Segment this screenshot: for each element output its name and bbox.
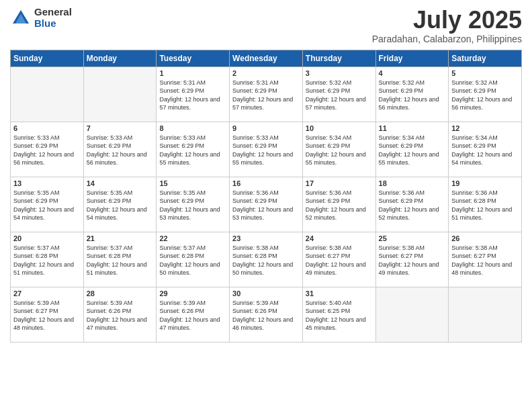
day-number: 30 (232, 289, 300, 298)
table-row: 14Sunrise: 5:35 AMSunset: 6:29 PMDayligh… (83, 177, 157, 232)
table-row: 2Sunrise: 5:31 AMSunset: 6:29 PMDaylight… (230, 66, 303, 122)
day-info: Sunrise: 5:38 AMSunset: 6:27 PMDaylight:… (306, 244, 366, 277)
day-info: Sunrise: 5:39 AMSunset: 6:26 PMDaylight:… (232, 300, 293, 332)
day-number: 20 (13, 234, 81, 242)
day-info: Sunrise: 5:36 AMSunset: 6:29 PMDaylight:… (306, 189, 366, 222)
day-info: Sunrise: 5:39 AMSunset: 6:27 PMDaylight:… (13, 300, 74, 332)
day-number: 6 (13, 124, 81, 132)
day-info: Sunrise: 5:36 AMSunset: 6:29 PMDaylight:… (232, 189, 293, 222)
table-row: 25Sunrise: 5:38 AMSunset: 6:27 PMDayligh… (375, 232, 449, 287)
table-row (11, 66, 84, 122)
subtitle: Paradahan, Calabarzon, Philippines (372, 34, 522, 44)
table-row: 29Sunrise: 5:39 AMSunset: 6:26 PMDayligh… (157, 287, 230, 342)
day-info: Sunrise: 5:31 AMSunset: 6:29 PMDaylight:… (159, 79, 220, 111)
day-info: Sunrise: 5:39 AMSunset: 6:26 PMDaylight:… (87, 300, 147, 332)
day-info: Sunrise: 5:32 AMSunset: 6:29 PMDaylight:… (306, 79, 366, 111)
table-row (83, 66, 157, 122)
day-info: Sunrise: 5:38 AMSunset: 6:27 PMDaylight:… (451, 244, 512, 277)
logo-text: General Blue (34, 7, 72, 29)
table-row: 10Sunrise: 5:34 AMSunset: 6:29 PMDayligh… (302, 122, 375, 177)
calendar-week-1: 1Sunrise: 5:31 AMSunset: 6:29 PMDaylight… (11, 66, 522, 122)
header: General Blue July 2025 Paradahan, Calaba… (10, 7, 522, 44)
table-row (449, 287, 522, 342)
table-row: 23Sunrise: 5:38 AMSunset: 6:28 PMDayligh… (230, 232, 303, 287)
header-sunday: Sunday (11, 50, 84, 66)
day-number: 1 (159, 69, 226, 77)
day-number: 19 (451, 179, 519, 187)
calendar-week-2: 6Sunrise: 5:33 AMSunset: 6:29 PMDaylight… (11, 122, 522, 177)
calendar-table: Sunday Monday Tuesday Wednesday Thursday… (10, 50, 522, 342)
table-row: 9Sunrise: 5:33 AMSunset: 6:29 PMDaylight… (230, 122, 303, 177)
day-info: Sunrise: 5:35 AMSunset: 6:29 PMDaylight:… (87, 189, 147, 222)
day-number: 18 (379, 179, 446, 187)
table-row: 3Sunrise: 5:32 AMSunset: 6:29 PMDaylight… (302, 66, 375, 122)
table-row: 31Sunrise: 5:40 AMSunset: 6:25 PMDayligh… (302, 287, 375, 342)
day-number: 26 (451, 234, 519, 242)
day-info: Sunrise: 5:34 AMSunset: 6:29 PMDaylight:… (306, 134, 366, 167)
table-row: 16Sunrise: 5:36 AMSunset: 6:29 PMDayligh… (230, 177, 303, 232)
day-number: 17 (306, 179, 373, 187)
logo-general-label: General (34, 7, 72, 18)
day-number: 29 (159, 289, 226, 298)
day-number: 9 (232, 124, 300, 132)
title-area: July 2025 Paradahan, Calabarzon, Philipp… (372, 7, 522, 44)
day-number: 28 (87, 289, 154, 298)
day-info: Sunrise: 5:35 AMSunset: 6:29 PMDaylight:… (13, 189, 74, 222)
logo: General Blue (10, 7, 72, 29)
table-row: 4Sunrise: 5:32 AMSunset: 6:29 PMDaylight… (375, 66, 449, 122)
calendar-header-row: Sunday Monday Tuesday Wednesday Thursday… (11, 50, 522, 66)
table-row: 18Sunrise: 5:36 AMSunset: 6:29 PMDayligh… (375, 177, 449, 232)
day-info: Sunrise: 5:34 AMSunset: 6:29 PMDaylight:… (379, 134, 439, 167)
table-row: 22Sunrise: 5:37 AMSunset: 6:28 PMDayligh… (157, 232, 230, 287)
day-info: Sunrise: 5:33 AMSunset: 6:29 PMDaylight:… (159, 134, 220, 167)
day-number: 23 (232, 234, 300, 242)
day-number: 2 (232, 69, 300, 77)
table-row: 24Sunrise: 5:38 AMSunset: 6:27 PMDayligh… (302, 232, 375, 287)
day-info: Sunrise: 5:39 AMSunset: 6:26 PMDaylight:… (159, 300, 220, 332)
day-info: Sunrise: 5:36 AMSunset: 6:28 PMDaylight:… (451, 189, 512, 222)
header-saturday: Saturday (449, 50, 522, 66)
header-tuesday: Tuesday (157, 50, 230, 66)
day-number: 24 (306, 234, 373, 242)
table-row: 28Sunrise: 5:39 AMSunset: 6:26 PMDayligh… (83, 287, 157, 342)
day-info: Sunrise: 5:31 AMSunset: 6:29 PMDaylight:… (232, 79, 293, 111)
table-row: 7Sunrise: 5:33 AMSunset: 6:29 PMDaylight… (83, 122, 157, 177)
day-info: Sunrise: 5:32 AMSunset: 6:29 PMDaylight:… (451, 79, 512, 111)
day-number: 13 (13, 179, 81, 187)
day-info: Sunrise: 5:33 AMSunset: 6:29 PMDaylight:… (87, 134, 147, 167)
main-title: July 2025 (372, 7, 522, 34)
header-friday: Friday (375, 50, 449, 66)
day-info: Sunrise: 5:32 AMSunset: 6:29 PMDaylight:… (379, 79, 439, 111)
table-row: 13Sunrise: 5:35 AMSunset: 6:29 PMDayligh… (11, 177, 84, 232)
table-row: 26Sunrise: 5:38 AMSunset: 6:27 PMDayligh… (449, 232, 522, 287)
table-row: 19Sunrise: 5:36 AMSunset: 6:28 PMDayligh… (449, 177, 522, 232)
page: General Blue July 2025 Paradahan, Calaba… (0, 0, 532, 411)
day-number: 15 (159, 179, 226, 187)
day-info: Sunrise: 5:36 AMSunset: 6:29 PMDaylight:… (379, 189, 439, 222)
day-info: Sunrise: 5:33 AMSunset: 6:29 PMDaylight:… (13, 134, 74, 167)
table-row: 17Sunrise: 5:36 AMSunset: 6:29 PMDayligh… (302, 177, 375, 232)
day-number: 25 (379, 234, 446, 242)
day-number: 22 (159, 234, 226, 242)
day-info: Sunrise: 5:37 AMSunset: 6:28 PMDaylight:… (87, 244, 147, 277)
calendar-week-3: 13Sunrise: 5:35 AMSunset: 6:29 PMDayligh… (11, 177, 522, 232)
day-info: Sunrise: 5:37 AMSunset: 6:28 PMDaylight:… (159, 244, 220, 277)
day-number: 31 (306, 289, 373, 298)
day-info: Sunrise: 5:40 AMSunset: 6:25 PMDaylight:… (306, 300, 366, 332)
day-number: 14 (87, 179, 154, 187)
table-row: 11Sunrise: 5:34 AMSunset: 6:29 PMDayligh… (375, 122, 449, 177)
day-info: Sunrise: 5:33 AMSunset: 6:29 PMDaylight:… (232, 134, 293, 167)
table-row: 30Sunrise: 5:39 AMSunset: 6:26 PMDayligh… (230, 287, 303, 342)
day-info: Sunrise: 5:37 AMSunset: 6:28 PMDaylight:… (13, 244, 74, 277)
day-number: 3 (306, 69, 373, 77)
header-wednesday: Wednesday (230, 50, 303, 66)
day-number: 21 (87, 234, 154, 242)
day-number: 7 (87, 124, 154, 132)
day-number: 12 (451, 124, 519, 132)
header-monday: Monday (83, 50, 157, 66)
table-row: 12Sunrise: 5:34 AMSunset: 6:29 PMDayligh… (449, 122, 522, 177)
table-row: 21Sunrise: 5:37 AMSunset: 6:28 PMDayligh… (83, 232, 157, 287)
calendar-week-5: 27Sunrise: 5:39 AMSunset: 6:27 PMDayligh… (11, 287, 522, 342)
table-row: 5Sunrise: 5:32 AMSunset: 6:29 PMDaylight… (449, 66, 522, 122)
table-row: 20Sunrise: 5:37 AMSunset: 6:28 PMDayligh… (11, 232, 84, 287)
